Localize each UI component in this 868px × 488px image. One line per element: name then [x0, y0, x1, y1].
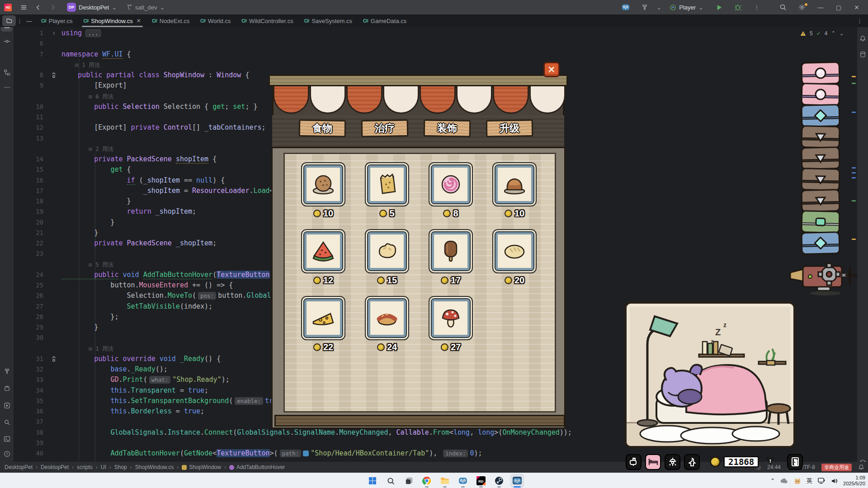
build-hammer-icon[interactable]: [638, 2, 651, 13]
override-gutter-icon[interactable]: [46, 70, 61, 80]
window-maximize-button[interactable]: ▢: [832, 1, 845, 14]
toolwindow-problems-icon[interactable]: [0, 447, 14, 460]
window-minimize-button[interactable]: —: [814, 1, 827, 14]
chest-pink-pearl[interactable]: [801, 61, 840, 85]
taskbar-app-search[interactable]: [384, 474, 397, 487]
notifications-bell-icon[interactable]: [858, 464, 864, 470]
breadcrumb-item[interactable]: ShopWindow: [182, 464, 221, 470]
shop-close-button[interactable]: ✕: [543, 62, 560, 77]
network-icon[interactable]: [818, 478, 826, 484]
file-tab-world-cs[interactable]: C#World.cs: [195, 14, 236, 27]
usages-inlay[interactable]: ⊡ 5 用法: [61, 261, 113, 268]
game-bed-button[interactable]: [645, 454, 661, 470]
close-tab-icon[interactable]: ✕: [137, 18, 141, 24]
usages-inlay[interactable]: ⊡ 2 用法: [61, 145, 113, 152]
chest-green-emerald[interactable]: [801, 210, 840, 234]
taskbar-app-windows-start[interactable]: [366, 474, 379, 487]
chest-pink-pearl[interactable]: [801, 83, 840, 106]
shop-item-bun[interactable]: [365, 229, 409, 273]
project-toolwindow-button[interactable]: [2, 15, 16, 26]
volume-icon[interactable]: [831, 478, 838, 484]
onedrive-cloud-icon[interactable]: [780, 478, 788, 483]
search-everywhere-icon[interactable]: [777, 2, 789, 13]
shop-item-candy-swirl[interactable]: [429, 162, 473, 206]
project-selector[interactable]: DP DesktopPet ⌄: [63, 2, 120, 13]
breadcrumb-item[interactable]: UI: [101, 464, 106, 470]
taskbar-app-godot[interactable]: [457, 474, 469, 487]
breadcrumb-item[interactable]: AddTabButtonHover: [229, 464, 285, 470]
desktop-pet-tray-icon[interactable]: [794, 478, 801, 484]
tab-options-icon[interactable]: ⋮: [851, 14, 868, 27]
fold-chevron-icon[interactable]: ›: [46, 28, 61, 38]
chest-brown-silver[interactable]: [801, 168, 840, 191]
error-stripe-mark[interactable]: [852, 167, 856, 169]
more-actions-icon[interactable]: ⋮: [750, 2, 763, 13]
breadcrumb-item[interactable]: ShopWindow.cs: [135, 464, 174, 470]
file-tab-gamedata-cs[interactable]: C#GameData.cs: [358, 14, 412, 27]
game-door-button[interactable]: [787, 454, 803, 470]
breadcrumb-item[interactable]: Shop: [114, 464, 127, 470]
game-lamp-button[interactable]: [665, 454, 680, 470]
breadcrumb-item[interactable]: scripts: [77, 464, 93, 470]
toolwindow-notifications-icon[interactable]: [857, 32, 868, 45]
error-stripe-mark[interactable]: [852, 112, 856, 113]
window-close-button[interactable]: ✕: [850, 1, 863, 14]
taskbar-app-rider[interactable]: RD: [475, 474, 487, 487]
run-configuration-selector[interactable]: Player ⌄: [666, 3, 707, 12]
toolwindow-nuget-icon[interactable]: [0, 381, 14, 395]
toolwindow-database-icon[interactable]: [857, 47, 868, 61]
shop-item-pudding[interactable]: [492, 162, 537, 206]
debug-button[interactable]: [731, 2, 744, 13]
forward-arrow-icon[interactable]: [46, 2, 59, 13]
toolwindow-structure-icon[interactable]: [0, 66, 14, 79]
game-hand-button[interactable]: [684, 454, 700, 470]
main-menu-icon[interactable]: [17, 2, 30, 13]
shop-item-popsicle[interactable]: [429, 229, 473, 273]
error-stripe-mark[interactable]: [852, 177, 856, 178]
file-tab-savesystem-cs[interactable]: C#SaveSystem.cs: [299, 14, 358, 27]
usages-inlay[interactable]: ⊡ 6 用法: [61, 93, 113, 100]
shop-tab-3[interactable]: 装饰: [424, 119, 471, 137]
file-tab-nodeext-cs[interactable]: C#NodeExt.cs: [146, 14, 195, 27]
taskbar-app-steam[interactable]: [493, 474, 505, 487]
game-mailbox-button[interactable]: [626, 454, 642, 470]
chest-blue-gem[interactable]: [801, 231, 840, 255]
vcs-branch-selector[interactable]: salt_dev ⌄: [123, 3, 168, 12]
taskbar-app-godot-active[interactable]: [511, 474, 524, 487]
toolwindow-unit-tests-icon[interactable]: [0, 399, 14, 412]
usages-inlay[interactable]: ⊡ 1 用法: [61, 345, 113, 352]
godot-editor-icon[interactable]: [619, 2, 632, 13]
taskbar-app-explorer[interactable]: [439, 474, 451, 487]
tray-chevron-up-icon[interactable]: ⌃: [770, 478, 775, 484]
game-alert-icon[interactable]: [766, 457, 774, 467]
breadcrumb-item[interactable]: DesktopPet: [5, 464, 33, 470]
taskbar-app-chrome[interactable]: [420, 474, 433, 487]
toolwindow-more-tool-windows-icon[interactable]: [0, 80, 14, 94]
next-problem-icon[interactable]: ⌄: [840, 30, 844, 37]
ime-language-indicator[interactable]: 英: [807, 477, 812, 485]
chest-blue-gem[interactable]: [801, 104, 840, 127]
chevron-down-icon[interactable]: ⌄: [656, 4, 661, 11]
chest-brown-silver[interactable]: [801, 146, 840, 170]
error-stripe-mark[interactable]: [852, 239, 856, 240]
chest-brown-silver[interactable]: [801, 125, 840, 149]
license-badge[interactable]: 非商业用途: [821, 464, 852, 471]
shop-item-bread[interactable]: [492, 229, 537, 273]
back-arrow-icon[interactable]: [32, 2, 44, 13]
shop-item-cheese[interactable]: [301, 296, 345, 340]
settings-gear-icon[interactable]: [796, 2, 808, 13]
shop-tab-4[interactable]: 升级: [486, 119, 533, 137]
shop-tab-2[interactable]: 治疗: [361, 119, 409, 137]
file-tab-wildcontroller-cs[interactable]: C#WildController.cs: [236, 14, 298, 27]
toolwindow-build-icon[interactable]: [0, 364, 14, 378]
toolwindow-commit-icon[interactable]: [0, 34, 14, 48]
hide-toolwindow-icon[interactable]: —: [23, 14, 36, 27]
shop-item-mushroom[interactable]: [429, 296, 473, 340]
toolwindow-terminal-icon[interactable]: [0, 432, 14, 446]
usages-inlay[interactable]: ⊡ 1 用法: [61, 61, 100, 68]
error-stripe-mark[interactable]: [852, 83, 856, 84]
toolwindow-find-icon[interactable]: [0, 415, 14, 429]
taskbar-app-task-view[interactable]: [402, 474, 415, 487]
taskbar-clock[interactable]: 1:09 2025/5/20: [843, 475, 865, 487]
breadcrumb[interactable]: DesktopPet›DesktopPet›scripts›UI›Shop›Sh…: [5, 464, 285, 470]
